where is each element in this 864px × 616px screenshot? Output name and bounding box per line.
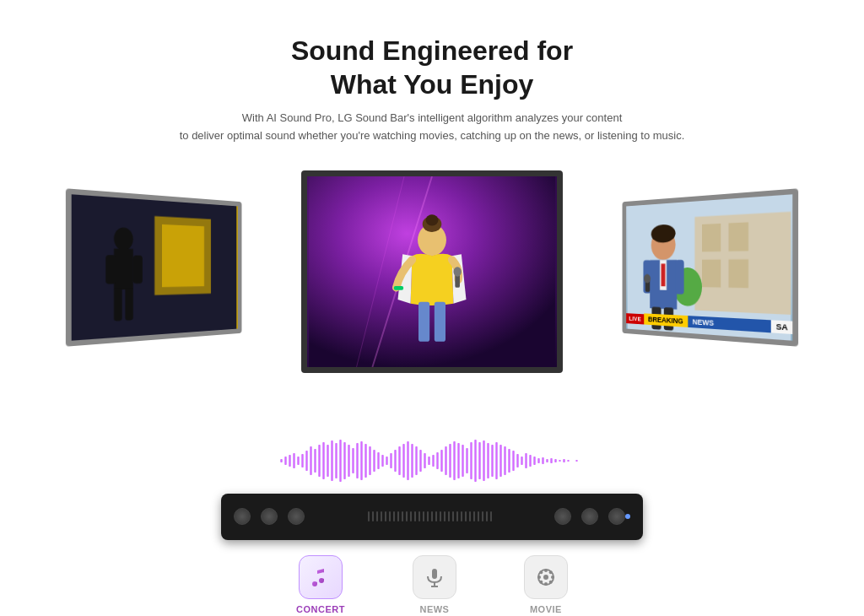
page-wrapper: Sound Engineered for What You Enjoy With… bbox=[0, 0, 864, 616]
microphone-icon bbox=[423, 565, 446, 589]
svg-rect-6 bbox=[133, 255, 143, 284]
svg-rect-68 bbox=[407, 441, 409, 480]
svg-point-16 bbox=[453, 267, 461, 276]
page-title: Sound Engineered for What You Enjoy bbox=[180, 34, 685, 101]
svg-rect-96 bbox=[525, 453, 527, 468]
svg-rect-92 bbox=[508, 449, 510, 473]
svg-rect-105 bbox=[563, 459, 565, 462]
svg-rect-2 bbox=[162, 224, 204, 286]
svg-rect-54 bbox=[348, 445, 350, 477]
svg-rect-76 bbox=[440, 450, 443, 472]
svg-rect-87 bbox=[487, 443, 489, 478]
soundbar-grill bbox=[313, 511, 546, 521]
news-region-label: SA bbox=[771, 320, 792, 334]
svg-rect-80 bbox=[457, 443, 460, 478]
center-screen bbox=[301, 170, 563, 373]
svg-point-120 bbox=[549, 570, 553, 574]
svg-rect-101 bbox=[546, 459, 548, 462]
svg-rect-90 bbox=[500, 445, 502, 477]
svg-rect-5 bbox=[105, 255, 116, 284]
svg-rect-61 bbox=[377, 452, 380, 469]
svg-rect-99 bbox=[537, 458, 540, 463]
news-news-label: NEWS bbox=[688, 316, 771, 332]
news-breaking-label: BREAKING bbox=[644, 313, 688, 327]
svg-rect-38 bbox=[280, 459, 283, 462]
svg-rect-70 bbox=[415, 446, 418, 475]
soundbar-speaker-dots bbox=[234, 508, 305, 525]
svg-rect-56 bbox=[356, 443, 359, 478]
svg-rect-64 bbox=[390, 453, 392, 468]
mode-concert[interactable]: CONCERT bbox=[296, 555, 345, 614]
svg-rect-75 bbox=[436, 452, 439, 469]
svg-rect-94 bbox=[516, 454, 519, 467]
svg-rect-22 bbox=[702, 223, 721, 251]
svg-point-14 bbox=[425, 214, 438, 225]
news-mode-label: NEWS bbox=[419, 604, 449, 614]
svg-rect-104 bbox=[559, 460, 561, 462]
svg-rect-39 bbox=[284, 457, 287, 465]
center-screen-content bbox=[307, 176, 557, 367]
concert-scene-svg bbox=[307, 176, 557, 367]
svg-rect-97 bbox=[529, 455, 532, 467]
mode-movie[interactable]: MOVIE bbox=[524, 555, 568, 614]
svg-rect-79 bbox=[453, 441, 456, 480]
left-screen bbox=[66, 188, 242, 347]
svg-point-119 bbox=[539, 580, 543, 583]
svg-rect-82 bbox=[466, 448, 468, 473]
svg-rect-49 bbox=[327, 445, 329, 477]
movie-icon-wrapper[interactable] bbox=[524, 555, 568, 599]
left-screen-content bbox=[72, 194, 238, 340]
svg-rect-23 bbox=[728, 222, 748, 251]
svg-rect-44 bbox=[305, 451, 308, 471]
svg-rect-7 bbox=[114, 288, 122, 321]
svg-rect-107 bbox=[575, 460, 578, 462]
svg-rect-4 bbox=[114, 248, 133, 289]
speaker-dot-4 bbox=[554, 508, 571, 525]
svg-rect-102 bbox=[550, 458, 553, 463]
soundbar-speaker-dots-right bbox=[554, 508, 625, 525]
right-screen: LIVE BREAKING NEWS SA bbox=[623, 188, 799, 347]
svg-rect-84 bbox=[474, 440, 477, 482]
mode-news[interactable]: NEWS bbox=[413, 555, 456, 614]
svg-rect-45 bbox=[310, 446, 312, 475]
svg-rect-41 bbox=[293, 453, 295, 468]
svg-rect-46 bbox=[314, 449, 316, 473]
svg-rect-86 bbox=[483, 440, 485, 481]
svg-point-114 bbox=[544, 582, 548, 586]
svg-rect-85 bbox=[478, 442, 481, 479]
speaker-dot-1 bbox=[234, 508, 251, 525]
svg-rect-83 bbox=[470, 442, 472, 479]
svg-rect-98 bbox=[533, 457, 536, 465]
svg-rect-91 bbox=[504, 446, 506, 475]
svg-rect-108 bbox=[432, 569, 437, 579]
right-screen-content: LIVE BREAKING NEWS SA bbox=[626, 194, 792, 340]
svg-rect-55 bbox=[352, 448, 354, 473]
svg-rect-73 bbox=[428, 457, 430, 465]
speaker-dot-3 bbox=[288, 508, 305, 525]
soundwave-svg bbox=[272, 438, 592, 484]
svg-point-113 bbox=[544, 569, 548, 572]
movie-mode-label: MOVIE bbox=[530, 604, 562, 614]
svg-rect-59 bbox=[369, 446, 371, 475]
svg-rect-95 bbox=[521, 457, 523, 465]
svg-rect-66 bbox=[398, 446, 401, 475]
screens-section: LIVE BREAKING NEWS SA bbox=[52, 170, 812, 432]
concert-mode-label: CONCERT bbox=[296, 604, 345, 614]
svg-rect-81 bbox=[462, 445, 464, 477]
modes-section: CONCERT NEWS bbox=[296, 555, 568, 614]
svg-rect-51 bbox=[335, 443, 338, 478]
svg-rect-60 bbox=[373, 450, 375, 472]
svg-rect-48 bbox=[322, 442, 325, 479]
soundwave-section bbox=[263, 436, 601, 487]
concert-icon-wrapper[interactable] bbox=[299, 555, 343, 599]
news-live-label: LIVE bbox=[626, 312, 644, 323]
svg-rect-52 bbox=[339, 440, 342, 482]
svg-rect-57 bbox=[360, 441, 363, 480]
svg-rect-40 bbox=[289, 455, 291, 467]
svg-point-112 bbox=[543, 575, 548, 580]
svg-rect-93 bbox=[512, 451, 515, 471]
svg-rect-19 bbox=[435, 301, 446, 341]
soundbar bbox=[221, 494, 643, 540]
news-icon-wrapper[interactable] bbox=[413, 555, 456, 599]
svg-rect-8 bbox=[125, 288, 132, 321]
